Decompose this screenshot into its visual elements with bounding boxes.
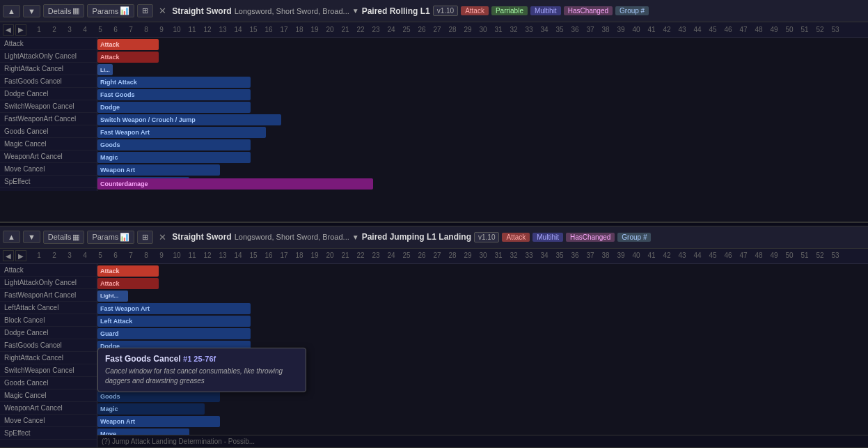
label-attack-2: Attack: [0, 264, 97, 277]
label-rightattack-2: RightAttack Cancel: [0, 352, 97, 364]
frame-num-19: 19: [307, 249, 322, 264]
label-fastgoods-2: FastGoods Cancel: [0, 339, 97, 352]
frame-num-53: 53: [828, 22, 843, 38]
block-dodge-1[interactable]: Dodge: [97, 102, 251, 113]
frame-num-13: 13: [215, 22, 230, 38]
params-icon: 📊: [120, 6, 129, 15]
frame-num-41: 41: [644, 249, 659, 264]
panel2-up-btn[interactable]: ▲: [3, 231, 20, 243]
label-weaponart-2: WeaponArt Cancel: [0, 402, 97, 415]
panel1-details-btn[interactable]: Details ▦: [43, 4, 85, 17]
panel1-params-btn[interactable]: Params 📊: [87, 4, 134, 17]
frame-num-13: 13: [215, 249, 230, 264]
frame-num-27: 27: [429, 22, 445, 38]
frame-num-11: 11: [184, 22, 200, 38]
label-switchweapon-1: SwitchWeapon Cancel: [0, 100, 97, 113]
frame-num-15: 15: [246, 249, 261, 264]
panel2-tag-multihit: Multihit: [532, 233, 563, 242]
label-move-1: Move Cancel: [0, 163, 97, 176]
block-magic-1[interactable]: Magic: [97, 152, 251, 163]
panel1-up-btn[interactable]: ▲: [3, 5, 20, 17]
frame-num-3: 3: [62, 22, 77, 38]
block-magic-2[interactable]: Magic: [97, 403, 205, 415]
frame-num-14: 14: [230, 22, 246, 38]
frame-num-12: 12: [200, 249, 215, 264]
panel2-frame-numbers: 1234567891011121314151617181920212223242…: [31, 249, 868, 264]
block-leftattack-2[interactable]: Left Attack: [97, 316, 251, 327]
frame-num-29: 29: [460, 249, 475, 264]
panel1-grid-btn[interactable]: ⊞: [137, 4, 153, 17]
frame-num-47: 47: [736, 22, 751, 38]
frame-num-2: 2: [47, 249, 62, 264]
panel2-grid-btn[interactable]: ⊞: [137, 231, 153, 244]
panel2-close-btn[interactable]: ✕: [156, 232, 169, 242]
panel2-timeline: Attack Attack Light... Fast Weapon Art L…: [97, 264, 868, 448]
block-rightattack-1[interactable]: Right Attack: [97, 77, 251, 88]
app-container: ▲ ▼ Details ▦ Params 📊 ⊞ ✕ Straight Swor…: [0, 0, 868, 448]
panel2-nav-next[interactable]: ▶: [15, 250, 26, 261]
panel2-params-btn[interactable]: Params 📊: [87, 231, 134, 244]
panel2-details-btn[interactable]: Details ▦: [43, 231, 85, 244]
panel-1: ▲ ▼ Details ▦ Params 📊 ⊞ ✕ Straight Swor…: [0, 0, 868, 222]
panel1-down-btn[interactable]: ▼: [23, 5, 40, 17]
frame-num-27: 27: [429, 249, 445, 264]
panel2-footer: (?) Jump Attack Landing Determination - …: [97, 435, 868, 447]
block-weaponart-2[interactable]: Weapon Art: [97, 416, 220, 427]
block-weaponart-1[interactable]: Weapon Art: [97, 164, 220, 176]
block-light-2[interactable]: Light...: [97, 291, 128, 302]
block-fastgoods-1[interactable]: Fast Goods: [97, 89, 251, 100]
panel1-dropdown-arrow[interactable]: ▼: [352, 7, 359, 15]
block-attack-darkred-1[interactable]: Attack: [97, 52, 159, 63]
frame-num-26: 26: [414, 22, 429, 38]
panel2-tag-attack: Attack: [502, 233, 530, 242]
frame-num-25: 25: [399, 22, 414, 38]
frame-num-35: 35: [552, 22, 567, 38]
panel2-labels: Attack LightAttackOnly Cancel FastWeapon…: [0, 264, 97, 448]
frame-num-6: 6: [108, 249, 123, 264]
block-guard-2[interactable]: Guard: [97, 328, 251, 339]
panel2-down-btn[interactable]: ▼: [23, 231, 40, 243]
block-attack-darkred-2[interactable]: Attack: [97, 278, 159, 289]
frame-num-16: 16: [261, 22, 276, 38]
frame-num-50: 50: [782, 249, 797, 264]
block-fastweaponart-2[interactable]: Fast Weapon Art: [97, 303, 251, 314]
frame-num-34: 34: [537, 22, 552, 38]
block-goods-2[interactable]: Goods: [97, 391, 220, 402]
panel1-nav-arrows: ◀ ▶: [0, 24, 31, 36]
frame-num-51: 51: [797, 22, 812, 38]
block-goods-1[interactable]: Goods: [97, 139, 251, 150]
label-block-2: Block Cancel: [0, 314, 97, 327]
frame-num-4: 4: [77, 22, 93, 38]
frame-num-31: 31: [491, 22, 506, 38]
frame-num-7: 7: [123, 249, 139, 264]
block-counterdamage-1[interactable]: Counterdamage: [97, 178, 373, 190]
panel2-dropdown-arrow[interactable]: ▼: [352, 233, 359, 241]
frame-num-1: 1: [31, 249, 47, 264]
frame-num-38: 38: [598, 22, 613, 38]
block-fastweaponart-1[interactable]: Fast Weapon Art: [97, 127, 266, 138]
frame-num-44: 44: [690, 22, 705, 38]
frame-num-36: 36: [567, 249, 583, 264]
panel1-close-btn[interactable]: ✕: [156, 6, 169, 16]
label-weaponart-1: WeaponArt Cancel: [0, 150, 97, 163]
frame-num-7: 7: [123, 22, 139, 38]
block-attack-red-2[interactable]: Attack: [97, 265, 159, 277]
panel1-nav-prev[interactable]: ◀: [3, 24, 14, 36]
tooltip-hash: #1 25-76f: [183, 355, 216, 363]
frame-num-37: 37: [583, 249, 598, 264]
label-attack-1: Attack: [0, 38, 97, 50]
panel1-header: ▲ ▼ Details ▦ Params 📊 ⊞ ✕ Straight Swor…: [0, 0, 868, 22]
tooltip-desc: Cancel window for fast cancel consumable…: [105, 366, 299, 386]
block-switchweapon-1[interactable]: Switch Weapon / Crouch / Jump: [97, 114, 281, 125]
frame-num-18: 18: [292, 22, 307, 38]
label-lightattackonly-2: LightAttackOnly Cancel: [0, 277, 97, 289]
panel2-nav-prev[interactable]: ◀: [3, 250, 14, 261]
frame-num-49: 49: [766, 22, 782, 38]
label-fastgoods-1: FastGoods Cancel: [0, 75, 97, 88]
panel1-nav-next[interactable]: ▶: [15, 24, 26, 36]
block-attack-red-1[interactable]: Attack: [97, 39, 159, 50]
frame-num-42: 42: [659, 22, 674, 38]
frame-num-21: 21: [338, 22, 353, 38]
block-li-1[interactable]: Li...: [97, 64, 113, 75]
frame-num-28: 28: [445, 22, 460, 38]
